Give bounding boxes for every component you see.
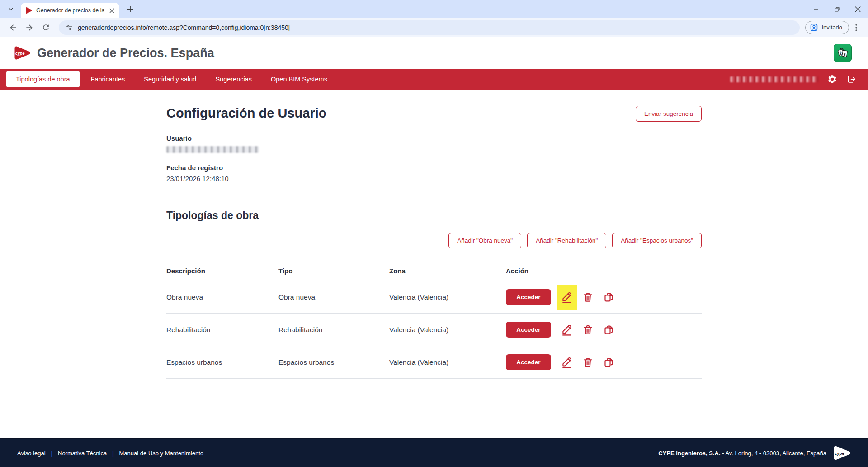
nav-user-area — [730, 74, 856, 84]
svg-text:cype: cype — [835, 451, 844, 456]
tab-close-icon[interactable] — [108, 6, 116, 14]
edit-icon[interactable] — [557, 285, 577, 310]
footer-separator: | — [112, 450, 113, 457]
reload-icon — [42, 23, 50, 32]
cype-logo-footer: cype — [833, 445, 851, 461]
edit-icon[interactable] — [557, 350, 577, 375]
registration-date: 23/01/2026 12:48:10 — [166, 175, 702, 182]
row-zona: Valencia (Valencia) — [389, 293, 506, 301]
delete-icon[interactable] — [577, 318, 598, 342]
registration-label: Fecha de registro — [166, 164, 702, 172]
row-tipo: Obra nueva — [278, 293, 389, 301]
acceder-button[interactable]: Acceder — [506, 322, 551, 338]
copy-icon[interactable] — [598, 318, 619, 342]
window-minimize-button[interactable] — [806, 0, 826, 18]
back-arrow-icon — [9, 23, 18, 32]
browser-tabstrip: Generador de precios de la con — [0, 0, 868, 18]
price-tags-icon[interactable]: € $ — [834, 44, 852, 62]
row-descripcion: Espacios urbanos — [166, 358, 278, 367]
row-tipo: Espacios urbanos — [278, 358, 389, 367]
user-label: Usuario — [166, 134, 702, 142]
plus-icon — [127, 6, 133, 12]
row-descripcion: Rehabilitación — [166, 326, 278, 334]
site-title: Generador de Precios. España — [37, 46, 214, 60]
guest-profile-icon — [810, 23, 818, 32]
header-accion: Acción — [506, 267, 702, 275]
site-footer: Aviso legal | Normativa Técnica | Manual… — [0, 438, 868, 467]
copy-icon[interactable] — [598, 350, 619, 375]
site-header: cype Generador de Precios. España € $ — [0, 37, 868, 69]
nav-item-seguridad[interactable]: Seguridad y salud — [134, 69, 206, 90]
browser-toolbar: generadordeprecios.info/remote.asp?Comma… — [0, 18, 868, 37]
forward-button[interactable] — [22, 20, 37, 35]
page-title: Configuración de Usuario — [166, 106, 326, 121]
row-descripcion: Obra nueva — [166, 293, 278, 301]
main-nav: Tipologías de obra Fabricantes Seguridad… — [0, 69, 868, 90]
window-controls — [806, 0, 868, 18]
add-rehabilitacion-button[interactable]: Añadir "Rehabilitación" — [527, 233, 606, 248]
table-row: Obra nueva Obra nueva Valencia (Valencia… — [166, 281, 702, 314]
send-suggestion-button[interactable]: Enviar sugerencia — [636, 106, 702, 122]
redacted-user-email — [730, 76, 818, 82]
header-tipo: Tipo — [278, 267, 389, 275]
new-tab-button[interactable] — [124, 3, 137, 15]
page-content: Configuración de Usuario Enviar sugerenc… — [0, 90, 868, 438]
edit-icon[interactable] — [557, 318, 577, 342]
gear-icon[interactable] — [827, 74, 837, 84]
section-title: Tipologías de obra — [166, 210, 702, 222]
row-tipo: Rehabilitación — [278, 326, 389, 334]
nav-item-openbim[interactable]: Open BIM Systems — [261, 69, 337, 90]
footer-company: CYPE Ingenieros, S.A. — [658, 450, 720, 457]
delete-icon[interactable] — [577, 350, 598, 375]
row-zona: Valencia (Valencia) — [389, 358, 506, 367]
header-descripcion: Descripción — [166, 267, 278, 275]
svg-text:cype: cype — [15, 51, 25, 56]
logout-icon[interactable] — [846, 74, 856, 84]
cype-favicon-icon — [25, 7, 33, 14]
nav-item-fabricantes[interactable]: Fabricantes — [81, 69, 135, 90]
three-dots-icon — [855, 24, 857, 31]
chevron-down-icon — [8, 6, 14, 12]
browser-tab[interactable]: Generador de precios de la con — [21, 3, 119, 18]
footer-separator: | — [51, 450, 52, 457]
table-header-row: Descripción Tipo Zona Acción — [166, 261, 702, 281]
forward-arrow-icon — [25, 23, 34, 32]
window-close-button[interactable] — [847, 0, 868, 18]
delete-icon[interactable] — [577, 285, 598, 310]
acceder-button[interactable]: Acceder — [506, 289, 551, 305]
nav-item-tipologias[interactable]: Tipologías de obra — [6, 71, 80, 87]
footer-link-manual[interactable]: Manual de Uso y Mantenimiento — [119, 450, 203, 457]
row-zona: Valencia (Valencia) — [389, 326, 506, 334]
acceder-button[interactable]: Acceder — [506, 354, 551, 370]
site-settings-icon[interactable] — [65, 24, 73, 32]
add-buttons-row: Añadir "Obra nueva" Añadir "Rehabilitaci… — [166, 233, 702, 248]
restore-icon — [834, 6, 840, 12]
nav-item-sugerencias[interactable]: Sugerencias — [206, 69, 261, 90]
add-obra-nueva-button[interactable]: Añadir "Obra nueva" — [448, 233, 521, 248]
profile-label: Invitado — [821, 24, 842, 31]
table-row: Espacios urbanos Espacios urbanos Valenc… — [166, 346, 702, 379]
footer-link-normativa[interactable]: Normativa Técnica — [58, 450, 107, 457]
redacted-user-email-value — [166, 146, 259, 153]
back-button[interactable] — [5, 20, 21, 35]
window-restore-button[interactable] — [826, 0, 847, 18]
add-espacios-urbanos-button[interactable]: Añadir "Espacios urbanos" — [612, 233, 702, 248]
url-text: generadordeprecios.info/remote.asp?Comma… — [78, 24, 290, 31]
close-icon — [855, 6, 861, 12]
tab-title: Generador de precios de la con — [36, 7, 104, 14]
minimize-icon — [813, 6, 819, 12]
tab-search-button[interactable] — [5, 3, 17, 15]
browser-menu-button[interactable] — [850, 20, 863, 35]
cype-logo: cype — [14, 46, 31, 60]
copy-icon[interactable] — [598, 285, 619, 310]
header-zona: Zona — [389, 267, 506, 275]
tipologias-table: Descripción Tipo Zona Acción Obra nueva … — [166, 261, 702, 379]
address-bar[interactable]: generadordeprecios.info/remote.asp?Comma… — [59, 20, 800, 35]
profile-chip[interactable]: Invitado — [805, 21, 849, 34]
table-row: Rehabilitación Rehabilitación Valencia (… — [166, 314, 702, 346]
reload-button[interactable] — [38, 20, 53, 35]
footer-address: - Av. Loring, 4 - 03003, Alicante, Españ… — [721, 450, 826, 457]
footer-link-aviso-legal[interactable]: Aviso legal — [17, 450, 46, 457]
